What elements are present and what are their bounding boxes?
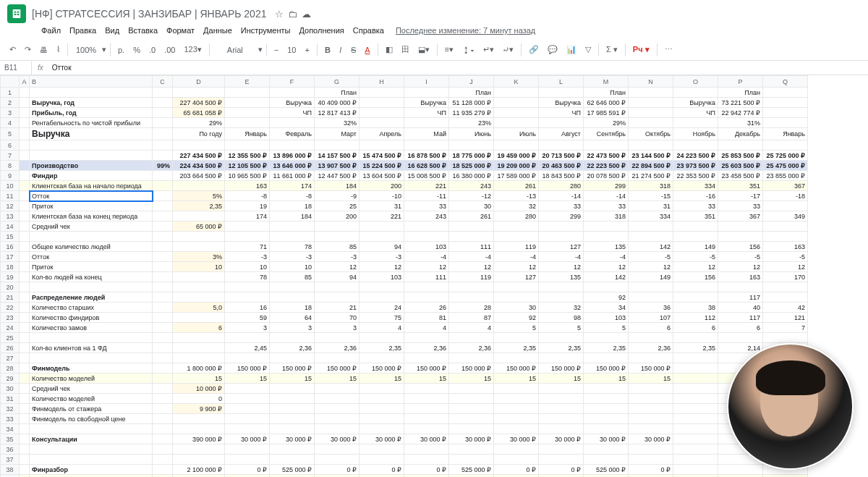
cell-Q23[interactable]: 121 xyxy=(763,313,808,323)
cell-B39[interactable]: Количество клиентов xyxy=(30,475,153,478)
cell-H18[interactable]: 12 xyxy=(359,262,404,272)
cell-K4[interactable] xyxy=(494,118,539,128)
cell-M6[interactable] xyxy=(584,140,629,151)
cell-M5[interactable]: Сентябрь xyxy=(584,128,629,140)
cell-K18[interactable]: 12 xyxy=(494,262,539,272)
cell-L7[interactable]: 20 713 500 ₽ xyxy=(539,151,584,161)
cell-E8[interactable]: 12 105 500 ₽ xyxy=(225,161,270,171)
cell-E31[interactable] xyxy=(225,394,270,404)
cell-E21[interactable] xyxy=(225,292,270,303)
strike-button[interactable]: S xyxy=(347,43,359,56)
cell-O2[interactable]: Выручка xyxy=(673,98,718,108)
cell-K17[interactable]: -4 xyxy=(494,252,539,262)
cell-L36[interactable] xyxy=(539,444,584,455)
cell-G15[interactable] xyxy=(315,232,359,242)
cell-H34[interactable] xyxy=(359,424,404,434)
cell-J3[interactable]: 11 935 279 ₽ xyxy=(449,108,494,118)
cell-E32[interactable] xyxy=(225,404,270,414)
cell-Q39[interactable] xyxy=(763,475,808,478)
cell-J13[interactable]: 261 xyxy=(449,211,494,221)
cell-O39[interactable] xyxy=(673,475,718,478)
cell-G30[interactable] xyxy=(315,384,359,394)
cell-I25[interactable] xyxy=(404,333,449,343)
cell-L8[interactable]: 20 463 500 ₽ xyxy=(539,161,584,171)
cell-D28[interactable]: 1 800 000 ₽ xyxy=(173,363,225,373)
cell-G14[interactable] xyxy=(315,221,359,232)
cell-O30[interactable] xyxy=(673,384,718,394)
cell-E38[interactable]: 0 ₽ xyxy=(225,465,270,475)
cell-C32[interactable] xyxy=(153,404,173,414)
cell-B26[interactable]: Кол-во клиентов на 1 ФД xyxy=(30,343,153,353)
cell-C19[interactable] xyxy=(153,272,173,282)
cell-J17[interactable]: -4 xyxy=(449,252,494,262)
cell-I2[interactable]: Выручка xyxy=(404,98,449,108)
cell-B13[interactable]: Клиентская база на конец периода xyxy=(30,211,153,221)
cell-G39[interactable] xyxy=(315,475,359,478)
cell-M24[interactable]: 5 xyxy=(584,323,629,333)
row-header-29[interactable]: 29 xyxy=(1,373,20,384)
cell-E3[interactable] xyxy=(225,108,270,118)
cell-H35[interactable]: 30 000 ₽ xyxy=(359,434,404,444)
cell-L37[interactable] xyxy=(539,455,584,465)
cell-N25[interactable] xyxy=(629,333,673,343)
cell-N24[interactable]: 6 xyxy=(629,323,673,333)
cell-N28[interactable]: 150 000 ₽ xyxy=(629,363,673,373)
cell-P1[interactable]: План xyxy=(718,88,763,98)
cell-J15[interactable] xyxy=(449,232,494,242)
cell-M34[interactable] xyxy=(584,424,629,434)
cell-G29[interactable]: 15 xyxy=(315,373,359,384)
cell-O26[interactable]: 2,35 xyxy=(673,343,718,353)
cell-N23[interactable]: 107 xyxy=(629,313,673,323)
cell-E4[interactable] xyxy=(225,118,270,128)
cell-K22[interactable]: 30 xyxy=(494,303,539,313)
cell-E35[interactable]: 30 000 ₽ xyxy=(225,434,270,444)
cell-N4[interactable] xyxy=(629,118,673,128)
cell-I12[interactable]: 33 xyxy=(404,201,449,211)
row-header-12[interactable]: 12 xyxy=(1,201,20,211)
cell-I32[interactable] xyxy=(404,404,449,414)
cell-I21[interactable] xyxy=(404,292,449,303)
cell-F11[interactable]: -8 xyxy=(270,191,315,201)
cell-O9[interactable]: 22 353 500 ₽ xyxy=(673,171,718,181)
cell-C18[interactable] xyxy=(153,262,173,272)
cell-H22[interactable]: 24 xyxy=(359,303,404,313)
row-header-11[interactable]: 11 xyxy=(1,191,20,201)
cell-K7[interactable]: 19 459 000 ₽ xyxy=(494,151,539,161)
cell-H13[interactable]: 221 xyxy=(359,211,404,221)
cell-K28[interactable]: 150 000 ₽ xyxy=(494,363,539,373)
cell-N19[interactable]: 149 xyxy=(629,272,673,282)
cell-G13[interactable]: 200 xyxy=(315,211,359,221)
cell-E13[interactable]: 174 xyxy=(225,211,270,221)
cell-F32[interactable] xyxy=(270,404,315,414)
cell-K9[interactable]: 17 589 000 ₽ xyxy=(494,171,539,181)
redo-button[interactable]: ↷ xyxy=(21,43,35,56)
cell-K36[interactable] xyxy=(494,444,539,455)
cell-I16[interactable]: 103 xyxy=(404,242,449,252)
cell-M17[interactable]: -4 xyxy=(584,252,629,262)
cell-J18[interactable]: 12 xyxy=(449,262,494,272)
col-header-E[interactable]: E xyxy=(225,76,270,88)
menu-инструменты[interactable]: Инструменты xyxy=(237,25,294,36)
cell-C13[interactable] xyxy=(153,211,173,221)
cell-D37[interactable] xyxy=(173,455,225,465)
cell-B28[interactable]: Финмодель xyxy=(30,363,153,373)
col-header-O[interactable]: O xyxy=(673,76,718,88)
halign-button[interactable]: ≡▾ xyxy=(441,43,457,56)
cell-D24[interactable]: 6 xyxy=(173,323,225,333)
cell-K21[interactable] xyxy=(494,292,539,303)
cell-N29[interactable]: 15 xyxy=(629,373,673,384)
cell-M35[interactable]: 30 000 ₽ xyxy=(584,434,629,444)
cell-H9[interactable]: 13 604 500 ₽ xyxy=(359,171,404,181)
cell-M39[interactable]: 15 xyxy=(584,475,629,478)
cell-C35[interactable] xyxy=(153,434,173,444)
cell-J23[interactable]: 87 xyxy=(449,313,494,323)
cell-D13[interactable] xyxy=(173,211,225,221)
cell-F33[interactable] xyxy=(270,414,315,424)
cell-D4[interactable]: 29% xyxy=(173,118,225,128)
cell-L20[interactable] xyxy=(539,282,584,292)
cell-G38[interactable]: 0 ₽ xyxy=(315,465,359,475)
cell-D7[interactable]: 227 434 500 ₽ xyxy=(173,151,225,161)
cell-P18[interactable]: 12 xyxy=(718,262,763,272)
cell-O36[interactable] xyxy=(673,444,718,455)
cell-E17[interactable]: -3 xyxy=(225,252,270,262)
